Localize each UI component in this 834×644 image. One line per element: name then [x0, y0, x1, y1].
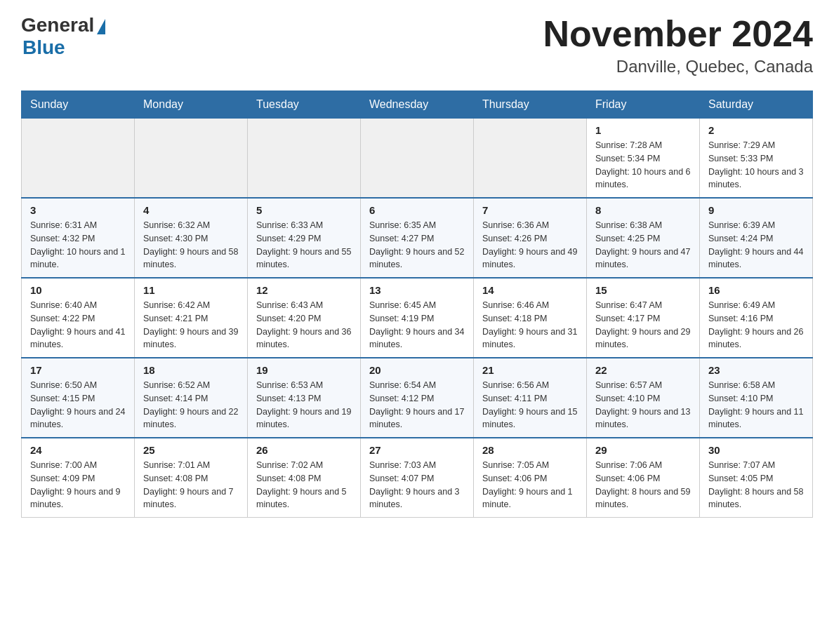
calendar-cell: 26Sunrise: 7:02 AMSunset: 4:08 PMDayligh… — [248, 438, 361, 518]
day-info: Sunrise: 6:58 AMSunset: 4:10 PMDaylight:… — [708, 379, 804, 431]
calendar-week-row: 17Sunrise: 6:50 AMSunset: 4:15 PMDayligh… — [22, 358, 813, 438]
calendar-cell: 8Sunrise: 6:38 AMSunset: 4:25 PMDaylight… — [587, 198, 700, 278]
day-info: Sunrise: 7:01 AMSunset: 4:08 PMDaylight:… — [143, 459, 239, 511]
calendar-cell: 22Sunrise: 6:57 AMSunset: 4:10 PMDayligh… — [587, 358, 700, 438]
calendar-cell — [474, 119, 587, 199]
calendar-table: SundayMondayTuesdayWednesdayThursdayFrid… — [21, 90, 813, 518]
day-number: 1 — [595, 124, 691, 136]
day-number: 21 — [482, 364, 578, 376]
day-number: 12 — [256, 284, 352, 296]
calendar-cell: 27Sunrise: 7:03 AMSunset: 4:07 PMDayligh… — [361, 438, 474, 518]
day-number: 17 — [30, 364, 126, 376]
calendar-cell: 13Sunrise: 6:45 AMSunset: 4:19 PMDayligh… — [361, 278, 474, 358]
weekday-header: Saturday — [700, 91, 813, 119]
calendar-cell: 3Sunrise: 6:31 AMSunset: 4:32 PMDaylight… — [22, 198, 135, 278]
day-info: Sunrise: 7:06 AMSunset: 4:06 PMDaylight:… — [595, 459, 691, 511]
calendar-cell: 21Sunrise: 6:56 AMSunset: 4:11 PMDayligh… — [474, 358, 587, 438]
day-info: Sunrise: 7:07 AMSunset: 4:05 PMDaylight:… — [708, 459, 804, 511]
calendar-cell: 23Sunrise: 6:58 AMSunset: 4:10 PMDayligh… — [700, 358, 813, 438]
calendar-week-row: 3Sunrise: 6:31 AMSunset: 4:32 PMDaylight… — [22, 198, 813, 278]
day-info: Sunrise: 6:38 AMSunset: 4:25 PMDaylight:… — [595, 219, 691, 271]
day-info: Sunrise: 6:32 AMSunset: 4:30 PMDaylight:… — [143, 219, 239, 271]
day-number: 11 — [143, 284, 239, 296]
day-info: Sunrise: 6:56 AMSunset: 4:11 PMDaylight:… — [482, 379, 578, 431]
calendar-cell — [361, 119, 474, 199]
day-number: 16 — [708, 284, 804, 296]
day-info: Sunrise: 6:45 AMSunset: 4:19 PMDaylight:… — [369, 299, 465, 351]
day-number: 29 — [595, 444, 691, 456]
weekday-header: Sunday — [22, 91, 135, 119]
calendar-header-row: SundayMondayTuesdayWednesdayThursdayFrid… — [22, 91, 813, 119]
day-info: Sunrise: 7:05 AMSunset: 4:06 PMDaylight:… — [482, 459, 578, 511]
day-info: Sunrise: 6:43 AMSunset: 4:20 PMDaylight:… — [256, 299, 352, 351]
day-number: 25 — [143, 444, 239, 456]
calendar-cell — [135, 119, 248, 199]
day-info: Sunrise: 6:33 AMSunset: 4:29 PMDaylight:… — [256, 219, 352, 271]
day-info: Sunrise: 6:40 AMSunset: 4:22 PMDaylight:… — [30, 299, 126, 351]
month-title: November 2024 — [543, 14, 813, 54]
calendar-cell — [22, 119, 135, 199]
day-info: Sunrise: 6:36 AMSunset: 4:26 PMDaylight:… — [482, 219, 578, 271]
day-info: Sunrise: 6:52 AMSunset: 4:14 PMDaylight:… — [143, 379, 239, 431]
day-info: Sunrise: 7:28 AMSunset: 5:34 PMDaylight:… — [595, 139, 691, 192]
day-info: Sunrise: 6:50 AMSunset: 4:15 PMDaylight:… — [30, 379, 126, 431]
calendar-cell: 7Sunrise: 6:36 AMSunset: 4:26 PMDaylight… — [474, 198, 587, 278]
calendar-cell: 4Sunrise: 6:32 AMSunset: 4:30 PMDaylight… — [135, 198, 248, 278]
day-number: 20 — [369, 364, 465, 376]
logo-triangle-icon — [97, 19, 105, 34]
day-info: Sunrise: 7:03 AMSunset: 4:07 PMDaylight:… — [369, 459, 465, 511]
day-number: 26 — [256, 444, 352, 456]
calendar-cell: 6Sunrise: 6:35 AMSunset: 4:27 PMDaylight… — [361, 198, 474, 278]
calendar-cell: 25Sunrise: 7:01 AMSunset: 4:08 PMDayligh… — [135, 438, 248, 518]
calendar-cell: 19Sunrise: 6:53 AMSunset: 4:13 PMDayligh… — [248, 358, 361, 438]
day-number: 9 — [708, 204, 804, 216]
day-number: 10 — [30, 284, 126, 296]
day-number: 4 — [143, 204, 239, 216]
day-number: 15 — [595, 284, 691, 296]
day-number: 24 — [30, 444, 126, 456]
page-header: General Blue November 2024 Danville, Que… — [21, 14, 813, 76]
day-info: Sunrise: 7:02 AMSunset: 4:08 PMDaylight:… — [256, 459, 352, 511]
day-info: Sunrise: 6:42 AMSunset: 4:21 PMDaylight:… — [143, 299, 239, 351]
day-number: 22 — [595, 364, 691, 376]
calendar-cell: 2Sunrise: 7:29 AMSunset: 5:33 PMDaylight… — [700, 119, 813, 199]
calendar-cell: 28Sunrise: 7:05 AMSunset: 4:06 PMDayligh… — [474, 438, 587, 518]
calendar-cell: 15Sunrise: 6:47 AMSunset: 4:17 PMDayligh… — [587, 278, 700, 358]
calendar-cell: 10Sunrise: 6:40 AMSunset: 4:22 PMDayligh… — [22, 278, 135, 358]
day-number: 14 — [482, 284, 578, 296]
day-number: 19 — [256, 364, 352, 376]
day-info: Sunrise: 6:53 AMSunset: 4:13 PMDaylight:… — [256, 379, 352, 431]
calendar-cell: 20Sunrise: 6:54 AMSunset: 4:12 PMDayligh… — [361, 358, 474, 438]
weekday-header: Friday — [587, 91, 700, 119]
day-info: Sunrise: 6:46 AMSunset: 4:18 PMDaylight:… — [482, 299, 578, 351]
day-info: Sunrise: 6:31 AMSunset: 4:32 PMDaylight:… — [30, 219, 126, 271]
calendar-cell: 24Sunrise: 7:00 AMSunset: 4:09 PMDayligh… — [22, 438, 135, 518]
day-number: 5 — [256, 204, 352, 216]
day-info: Sunrise: 6:35 AMSunset: 4:27 PMDaylight:… — [369, 219, 465, 271]
logo-general-text: General — [21, 14, 94, 36]
calendar-cell: 5Sunrise: 6:33 AMSunset: 4:29 PMDaylight… — [248, 198, 361, 278]
day-number: 6 — [369, 204, 465, 216]
logo: General Blue — [21, 14, 105, 59]
day-info: Sunrise: 7:00 AMSunset: 4:09 PMDaylight:… — [30, 459, 126, 511]
calendar-cell: 30Sunrise: 7:07 AMSunset: 4:05 PMDayligh… — [700, 438, 813, 518]
title-section: November 2024 Danville, Quebec, Canada — [543, 14, 813, 76]
calendar-cell: 17Sunrise: 6:50 AMSunset: 4:15 PMDayligh… — [22, 358, 135, 438]
day-info: Sunrise: 6:54 AMSunset: 4:12 PMDaylight:… — [369, 379, 465, 431]
weekday-header: Thursday — [474, 91, 587, 119]
day-number: 27 — [369, 444, 465, 456]
calendar-week-row: 10Sunrise: 6:40 AMSunset: 4:22 PMDayligh… — [22, 278, 813, 358]
location: Danville, Quebec, Canada — [543, 57, 813, 76]
day-number: 23 — [708, 364, 804, 376]
calendar-cell: 29Sunrise: 7:06 AMSunset: 4:06 PMDayligh… — [587, 438, 700, 518]
day-info: Sunrise: 6:39 AMSunset: 4:24 PMDaylight:… — [708, 219, 804, 271]
weekday-header: Wednesday — [361, 91, 474, 119]
day-info: Sunrise: 7:29 AMSunset: 5:33 PMDaylight:… — [708, 139, 804, 192]
day-number: 7 — [482, 204, 578, 216]
day-number: 8 — [595, 204, 691, 216]
calendar-cell: 16Sunrise: 6:49 AMSunset: 4:16 PMDayligh… — [700, 278, 813, 358]
day-number: 2 — [708, 124, 804, 136]
day-number: 3 — [30, 204, 126, 216]
calendar-cell: 1Sunrise: 7:28 AMSunset: 5:34 PMDaylight… — [587, 119, 700, 199]
calendar-week-row: 1Sunrise: 7:28 AMSunset: 5:34 PMDaylight… — [22, 119, 813, 199]
